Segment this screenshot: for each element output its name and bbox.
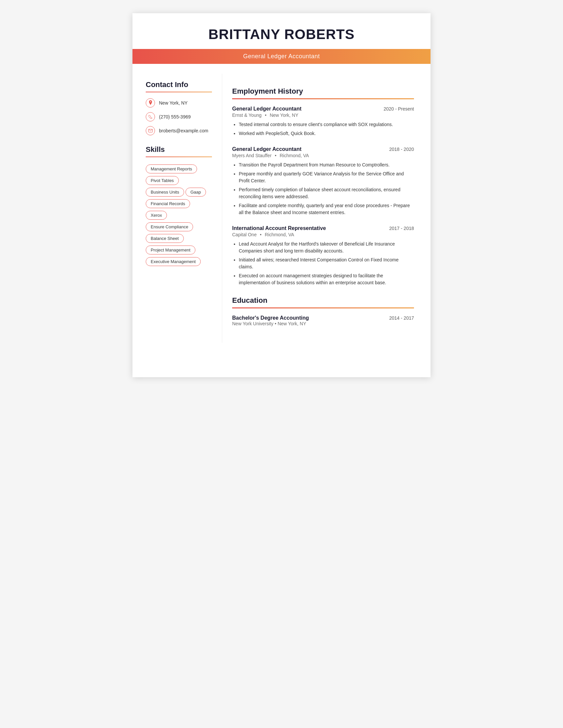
edu-degree: Bachelor's Degree Accounting [232,315,309,321]
education-divider [232,307,414,308]
job-entry: International Account Representative2017… [232,225,414,286]
job-bullet: Tested internal controls to ensure clien… [239,121,414,128]
job-company: Myers And Stauffer • Richmond, VA [232,153,414,158]
edu-date: 2014 - 2017 [389,315,414,321]
job-bullets: Tested internal controls to ensure clien… [232,121,414,137]
job-company: Capital One • Richmond, VA [232,232,414,237]
job-title-header: General Ledger Accountant [243,53,320,60]
job-bullet: Prepare monthly and quarterly GOE Varian… [239,170,414,184]
contact-section: Contact Info New York, NY [146,80,212,135]
job-entry: General Ledger Accountant2018 - 2020Myer… [232,146,414,216]
edu-header: Bachelor's Degree Accounting2014 - 2017 [232,315,414,321]
contact-email: broberts@example.com [146,126,212,135]
skill-badge: Executive Management [146,257,201,266]
email-value: broberts@example.com [159,128,208,133]
job-date: 2020 - Present [384,106,414,112]
edu-entry: Bachelor's Degree Accounting2014 - 2017N… [232,315,414,326]
jobs-list: General Ledger Accountant2020 - PresentE… [232,106,414,286]
education-section-title: Education [232,296,414,305]
job-bullets: Transition the Payroll Department from H… [232,161,414,216]
skill-badge: Ensure Compliance [146,222,193,231]
skill-badge: Gaap [185,188,206,197]
skills-list: Management ReportsPivot TablesBusiness U… [146,163,212,267]
location-icon [146,98,155,108]
education-list: Bachelor's Degree Accounting2014 - 2017N… [232,315,414,326]
job-bullet: Executed on account management strategie… [239,272,414,286]
skill-badge: Xerox [146,211,167,220]
email-icon [146,126,155,135]
job-bullet: Transition the Payroll Department from H… [239,161,414,168]
contact-phone: (270) 555-3969 [146,112,212,121]
resume-header: BRITTANY ROBERTS [132,13,431,49]
job-bullet: Initiated all wires; researched Interest… [239,256,414,270]
skill-badge: Balance Sheet [146,234,184,243]
job-date: 2017 - 2018 [389,226,414,231]
job-bullets: Lead Account Analyst for the Hartford's … [232,241,414,286]
skills-section-title: Skills [146,145,212,154]
phone-icon [146,112,155,121]
contact-section-title: Contact Info [146,80,212,89]
resume-document: BRITTANY ROBERTS General Ledger Accounta… [132,13,431,377]
job-bullet: Facilitate and complete monthly, quarter… [239,202,414,216]
employment-divider [232,98,414,99]
skills-divider [146,157,212,157]
phone-value: (270) 555-3969 [159,114,191,119]
skills-section: Skills Management ReportsPivot TablesBus… [146,145,212,267]
job-bullet: Worked with PeopleSoft, Quick Book. [239,130,414,137]
left-column: Contact Info New York, NY [132,74,222,343]
job-header: General Ledger Accountant2018 - 2020 [232,146,414,152]
job-header: International Account Representative2017… [232,225,414,231]
candidate-name: BRITTANY ROBERTS [152,26,411,42]
job-company: Ernst & Young • New York, NY [232,113,414,118]
contact-divider [146,92,212,92]
title-bar: General Ledger Accountant [132,49,431,64]
job-bullet: Lead Account Analyst for the Hartford's … [239,241,414,254]
skill-badge: Pivot Tables [146,176,179,185]
job-title: General Ledger Accountant [232,106,302,112]
job-entry: General Ledger Accountant2020 - PresentE… [232,106,414,137]
skill-badge: Project Management [146,246,195,254]
job-title: General Ledger Accountant [232,146,302,152]
job-title: International Account Representative [232,225,326,231]
contact-location: New York, NY [146,98,212,108]
edu-school: New York University • New York, NY [232,321,414,326]
job-date: 2018 - 2020 [389,147,414,152]
skill-badge: Financial Records [146,199,190,208]
location-value: New York, NY [159,100,187,106]
skill-badge: Business Units [146,188,184,197]
main-content: Contact Info New York, NY [132,74,431,343]
job-bullet: Performed timely completion of balance s… [239,186,414,200]
employment-section-title: Employment History [232,87,414,96]
right-column: Employment History General Ledger Accoun… [222,74,431,343]
job-header: General Ledger Accountant2020 - Present [232,106,414,112]
skill-badge: Management Reports [146,164,197,173]
